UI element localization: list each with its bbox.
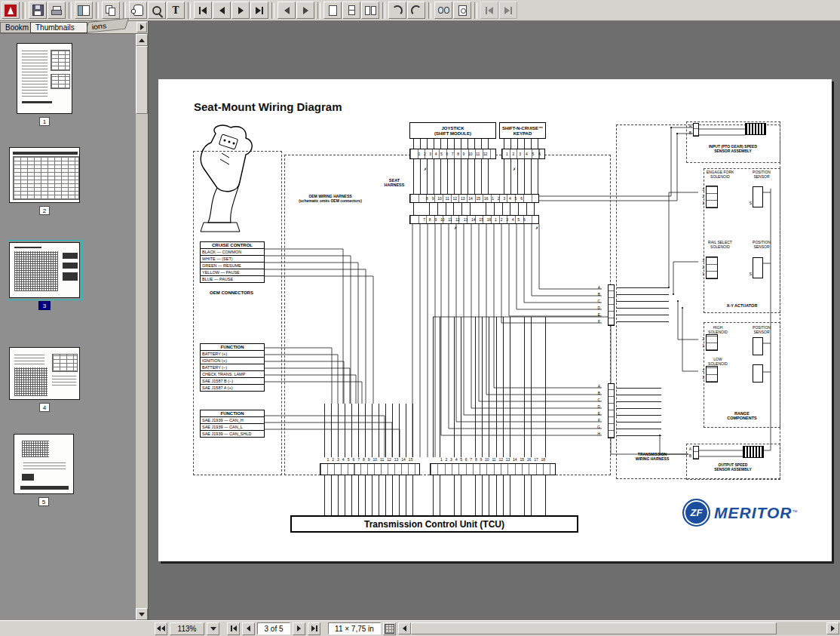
trademark-symbol: ™ bbox=[792, 508, 797, 514]
next-page-button[interactable] bbox=[231, 2, 250, 19]
continuous-layout-button[interactable] bbox=[342, 2, 360, 19]
toolbar-separator bbox=[69, 2, 72, 19]
palette-tabbar: Bookm Thumbnails ions bbox=[0, 21, 148, 34]
previous-view-button[interactable] bbox=[277, 2, 296, 19]
adobe-logo-button[interactable] bbox=[2, 2, 20, 19]
engage-fork-solenoid-block bbox=[706, 186, 718, 208]
thumbnail-sketch bbox=[14, 247, 41, 248]
rotate-right-button[interactable] bbox=[407, 2, 425, 19]
page-indicator[interactable]: 3 of 5 bbox=[257, 622, 290, 634]
table-header: FUNCTION bbox=[201, 344, 264, 351]
thumbnail-sketch bbox=[22, 50, 48, 97]
zoom-level-display[interactable]: 113% bbox=[170, 622, 204, 635]
pdf-page[interactable]: Seat-Mount Wiring Diagram OEM WIRING HAR… bbox=[158, 79, 832, 561]
output-speed-sensor-icon bbox=[743, 446, 764, 458]
binoculars-icon bbox=[438, 7, 449, 14]
page-layout-popup-button[interactable] bbox=[383, 622, 396, 635]
high-solenoid-block bbox=[706, 334, 718, 351]
scrollbar-thumb[interactable] bbox=[411, 622, 777, 634]
text-select-button[interactable]: T bbox=[167, 2, 185, 19]
rotate-left-button[interactable] bbox=[388, 2, 406, 19]
output-connector-letters: A B bbox=[685, 446, 691, 459]
next-view-button[interactable] bbox=[296, 2, 314, 19]
statusbar: 113% 3 of 5 11 × 7,75 in bbox=[0, 620, 840, 636]
thumbnail-sketch bbox=[22, 474, 34, 481]
thumbnail-page-label[interactable]: 2 bbox=[39, 206, 50, 215]
first-page-icon bbox=[231, 625, 237, 631]
thumbnail-page-3[interactable] bbox=[9, 242, 80, 298]
scroll-left-button[interactable] bbox=[398, 622, 411, 634]
single-page-layout-button[interactable] bbox=[323, 2, 342, 19]
tcu-connector2-pins: 1 2 3 4 5 6 7 8 9 10 11 12 13 14 15 16 1… bbox=[430, 457, 556, 462]
nav-pane-toggle-button[interactable] bbox=[75, 2, 93, 19]
position-sensor-block bbox=[753, 186, 763, 207]
thumbnail-sketch bbox=[22, 101, 52, 103]
thumbnail-page-2[interactable] bbox=[9, 147, 80, 203]
arrow-right-icon bbox=[831, 625, 835, 631]
tab-thumbnails[interactable]: Thumbnails bbox=[30, 22, 87, 33]
last-page-button-statusbar[interactable] bbox=[308, 622, 320, 635]
save-button[interactable] bbox=[29, 2, 47, 19]
search-button[interactable] bbox=[453, 2, 471, 19]
thumbnail-page-5[interactable] bbox=[14, 434, 74, 494]
toolbar-separator bbox=[474, 2, 477, 19]
tab-overflow-button[interactable] bbox=[136, 22, 147, 32]
next-result-button[interactable] bbox=[499, 2, 517, 19]
thumbnail-page-label[interactable]: 1 bbox=[39, 117, 50, 126]
table-row: WHITE — (SET) bbox=[201, 255, 264, 262]
scroll-right-button[interactable] bbox=[826, 622, 839, 634]
first-page-button[interactable] bbox=[194, 2, 212, 19]
table-row: BLACK — COMMON bbox=[201, 249, 264, 255]
hand-tool-button[interactable] bbox=[129, 2, 147, 19]
thumbnail-page-label[interactable]: 4 bbox=[39, 403, 50, 412]
tcu-box: Transmission Control Unit (TCU) bbox=[290, 515, 578, 533]
previous-result-icon bbox=[486, 7, 493, 14]
print-button[interactable] bbox=[48, 2, 66, 19]
find-button[interactable] bbox=[434, 2, 452, 19]
document-canvas[interactable]: Seat-Mount Wiring Diagram OEM WIRING HAR… bbox=[149, 21, 840, 620]
statusbar-splitter-button[interactable] bbox=[155, 622, 167, 635]
first-page-icon bbox=[199, 7, 207, 14]
input-sensor-dashed-box bbox=[686, 121, 780, 163]
joystick-module-box: JOYSTICK (SHIFT MODULE) bbox=[409, 122, 496, 139]
position-sensor-block bbox=[753, 257, 763, 278]
position-sensor-block bbox=[753, 337, 763, 355]
navigation-pane: Bookm Thumbnails ions 1 2 bbox=[0, 21, 149, 620]
thumbnail-page-label-selected[interactable]: 3 bbox=[38, 301, 51, 310]
solenoid-pins: 2 1 bbox=[698, 367, 704, 381]
table-row: BATTERY (−) bbox=[201, 364, 264, 370]
thumbnail-page-4[interactable] bbox=[9, 347, 80, 400]
page-indicator-value: 3 of 5 bbox=[264, 625, 283, 633]
first-page-button-statusbar[interactable] bbox=[227, 622, 240, 635]
table-row: SAE J1939 — CAN_H bbox=[201, 417, 264, 423]
scrollbar-track[interactable] bbox=[411, 622, 826, 634]
toolbar-separator bbox=[188, 2, 191, 19]
zoom-tool-button[interactable] bbox=[148, 2, 166, 19]
pin-numbers: 1 2 3 4 5 6 bbox=[506, 152, 541, 156]
continuous-facing-layout-button[interactable] bbox=[361, 2, 379, 19]
grid-icon bbox=[385, 624, 394, 634]
copy-button[interactable] bbox=[102, 2, 120, 19]
toolbar-separator bbox=[123, 2, 126, 19]
toolbar-separator bbox=[382, 2, 385, 19]
sidebar-scrollbar[interactable] bbox=[136, 34, 148, 620]
continuous-page-icon bbox=[348, 5, 355, 15]
horizontal-scrollbar[interactable] bbox=[398, 622, 839, 634]
previous-result-button[interactable] bbox=[480, 2, 498, 19]
last-page-button[interactable] bbox=[250, 2, 268, 19]
tab-bookmarks[interactable]: Bookm bbox=[0, 22, 33, 33]
scrollbar-thumb[interactable] bbox=[136, 46, 148, 114]
scroll-down-button[interactable] bbox=[136, 608, 148, 620]
solenoid-pins: 3 2 1 bbox=[698, 186, 704, 207]
zoom-menu-button[interactable] bbox=[207, 622, 219, 635]
thumbnail-page-1[interactable] bbox=[17, 43, 72, 114]
rail-select-solenoid-block bbox=[706, 257, 718, 279]
position-sensor-label: POSITION SENSOR bbox=[745, 325, 778, 334]
thumbnail-sketch bbox=[63, 263, 78, 269]
scroll-up-button[interactable] bbox=[136, 34, 148, 46]
prev-page-button-statusbar[interactable] bbox=[242, 622, 255, 635]
next-page-button-statusbar[interactable] bbox=[293, 622, 305, 635]
prev-page-button[interactable] bbox=[213, 2, 231, 19]
output-sensor-dashed-box bbox=[686, 444, 780, 480]
thumbnail-page-label[interactable]: 5 bbox=[38, 497, 49, 506]
